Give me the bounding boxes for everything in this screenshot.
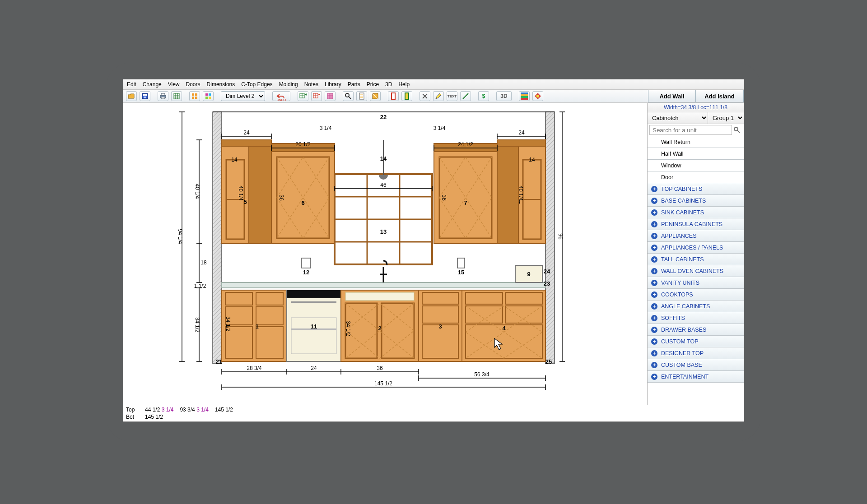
lib-window[interactable]: Window — [648, 160, 744, 171]
svg-rect-14 — [209, 97, 211, 99]
menu-bar: Edit Change View Doors Dimensions C-Top … — [123, 79, 744, 90]
pink-table-icon[interactable] — [325, 91, 336, 101]
open-icon[interactable] — [126, 91, 137, 101]
svg-rect-37 — [497, 140, 545, 146]
price-icon[interactable]: $ — [478, 91, 489, 101]
line-icon[interactable] — [460, 91, 471, 101]
menu-change[interactable]: Change — [143, 81, 162, 88]
svg-rect-25 — [521, 94, 528, 96]
svg-text:22: 22 — [380, 114, 387, 120]
cat-custom-base[interactable]: +CUSTOM BASE — [648, 359, 744, 371]
svg-rect-23 — [405, 93, 409, 99]
svg-text:46: 46 — [380, 182, 387, 188]
menu-molding[interactable]: Molding — [279, 81, 298, 88]
menu-help[interactable]: Help — [398, 81, 410, 88]
doc-icon[interactable] — [356, 91, 367, 101]
svg-text:24: 24 — [544, 268, 550, 275]
svg-text:36: 36 — [441, 194, 447, 201]
cat-drawer-bases[interactable]: +DRAWER BASES — [648, 324, 744, 336]
table-add-icon[interactable]: + — [298, 91, 308, 101]
3d-button[interactable]: 3D — [496, 91, 512, 101]
svg-rect-6 — [174, 93, 179, 99]
svg-rect-31 — [545, 112, 555, 364]
svg-rect-52 — [249, 146, 271, 244]
svg-text:−: − — [318, 92, 320, 97]
cat-soffits[interactable]: +SOFFITS — [648, 312, 744, 324]
print-icon[interactable] — [158, 91, 168, 101]
group-select[interactable]: Group 1 — [708, 112, 744, 124]
svg-text:40 1/4: 40 1/4 — [238, 185, 244, 201]
svg-rect-1 — [143, 94, 147, 96]
svg-rect-63 — [302, 258, 311, 268]
svg-text:25: 25 — [545, 358, 552, 365]
pencil-icon[interactable] — [433, 91, 444, 101]
cat-entertainment[interactable]: +ENTERTAINMENT — [648, 371, 744, 383]
shape-icon[interactable] — [532, 91, 543, 101]
svg-text:34 1/2: 34 1/2 — [345, 321, 351, 336]
vendor-select[interactable]: Cabinotch — [648, 112, 708, 124]
cat-wall-oven-cabinets[interactable]: +WALL OVEN CABINETS — [648, 265, 744, 277]
svg-rect-10 — [195, 97, 197, 99]
lib-wall-return[interactable]: Wall Return — [648, 136, 744, 148]
svg-rect-24 — [521, 92, 528, 94]
svg-rect-96 — [466, 306, 503, 323]
panel-icon[interactable] — [401, 91, 412, 101]
svg-rect-78 — [287, 290, 341, 298]
cat-designer-top[interactable]: +DESIGNER TOP — [648, 347, 744, 359]
menu-ctop-edges[interactable]: C-Top Edges — [241, 81, 272, 88]
svg-rect-89 — [422, 292, 458, 304]
colors-icon[interactable] — [519, 91, 530, 101]
save-icon[interactable] — [140, 91, 150, 101]
menu-doors[interactable]: Doors — [186, 81, 200, 88]
svg-text:36: 36 — [377, 365, 383, 371]
cat-cooktops[interactable]: +COOKTOPS — [648, 289, 744, 301]
grid-a-icon[interactable] — [189, 91, 200, 101]
add-island-button[interactable]: Add Island — [696, 90, 744, 102]
dim-level-select[interactable]: Dim Level 2 — [221, 91, 265, 101]
unit-library-list[interactable]: Wall Return Half Wall Window Door +TOP C… — [648, 136, 744, 405]
svg-text:34 1/2: 34 1/2 — [225, 316, 231, 332]
zoom-icon[interactable] — [343, 91, 354, 101]
menu-edit[interactable]: Edit — [127, 81, 136, 88]
menu-parts[interactable]: Parts — [348, 81, 360, 88]
search-input[interactable] — [649, 125, 732, 135]
cat-vanity-units[interactable]: +VANITY UNITS — [648, 277, 744, 289]
cat-peninsula-cabinets[interactable]: +PENINSULA CABINETS — [648, 218, 744, 230]
svg-rect-73 — [256, 307, 283, 325]
cat-appliances[interactable]: +APPLIANCES — [648, 230, 744, 242]
svg-rect-75 — [256, 327, 283, 358]
spreadsheet-icon[interactable] — [171, 91, 182, 101]
menu-library[interactable]: Library — [325, 81, 341, 88]
door-icon[interactable] — [388, 91, 399, 101]
tools-icon[interactable] — [420, 91, 430, 101]
menu-dimensions[interactable]: Dimensions — [207, 81, 235, 88]
text-icon[interactable]: TEXT — [447, 91, 457, 101]
cat-appliances-panels[interactable]: +APPLIANCES / PANELS — [648, 242, 744, 254]
svg-text:3 1/4: 3 1/4 — [434, 125, 446, 131]
wall-icon[interactable] — [370, 91, 381, 101]
cat-sink-cabinets[interactable]: +SINK CABINETS — [648, 207, 744, 218]
cat-base-cabinets[interactable]: +BASE CABINETS — [648, 195, 744, 207]
add-wall-button[interactable]: Add Wall — [648, 90, 696, 102]
cat-angle-cabinets[interactable]: +ANGLE CABINETS — [648, 301, 744, 312]
svg-text:1 1/2: 1 1/2 — [194, 283, 206, 289]
svg-rect-22 — [392, 93, 395, 99]
cat-top-cabinets[interactable]: +TOP CABINETS — [648, 183, 744, 195]
undo-icon[interactable]: UNDO — [272, 91, 290, 101]
table-del-icon[interactable]: − — [311, 91, 322, 101]
svg-text:24: 24 — [311, 365, 317, 371]
lib-door[interactable]: Door — [648, 171, 744, 183]
svg-rect-19 — [327, 93, 333, 99]
grid-b-icon[interactable] — [203, 91, 214, 101]
menu-price[interactable]: Price — [367, 81, 379, 88]
menu-notes[interactable]: Notes — [304, 81, 318, 88]
svg-text:+: + — [305, 92, 307, 97]
svg-rect-65 — [457, 258, 465, 268]
menu-view[interactable]: View — [168, 81, 180, 88]
menu-3d[interactable]: 3D — [385, 81, 392, 88]
drawing-canvas[interactable]: 5 6 7 8 — [123, 103, 647, 405]
cat-tall-cabinets[interactable]: +TALL CABINETS — [648, 254, 744, 265]
lib-half-wall[interactable]: Half Wall — [648, 148, 744, 160]
search-icon[interactable] — [732, 125, 742, 135]
cat-custom-top[interactable]: +CUSTOM TOP — [648, 336, 744, 347]
